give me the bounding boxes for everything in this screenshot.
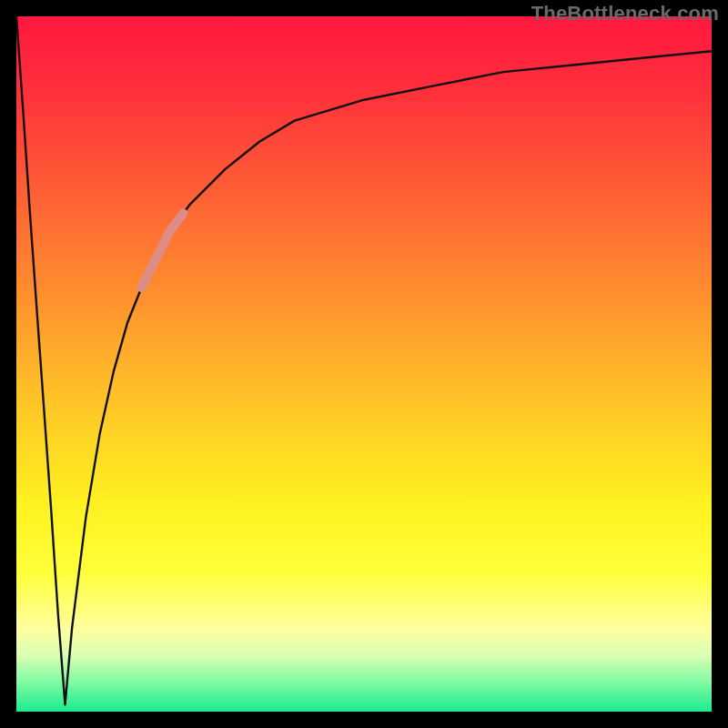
- plot-area: [16, 16, 712, 712]
- gradient-background: [16, 16, 712, 712]
- chart-frame: TheBottleneck.com: [0, 0, 728, 728]
- bottleneck-chart-svg: [16, 16, 712, 712]
- watermark-label: TheBottleneck.com: [531, 2, 719, 25]
